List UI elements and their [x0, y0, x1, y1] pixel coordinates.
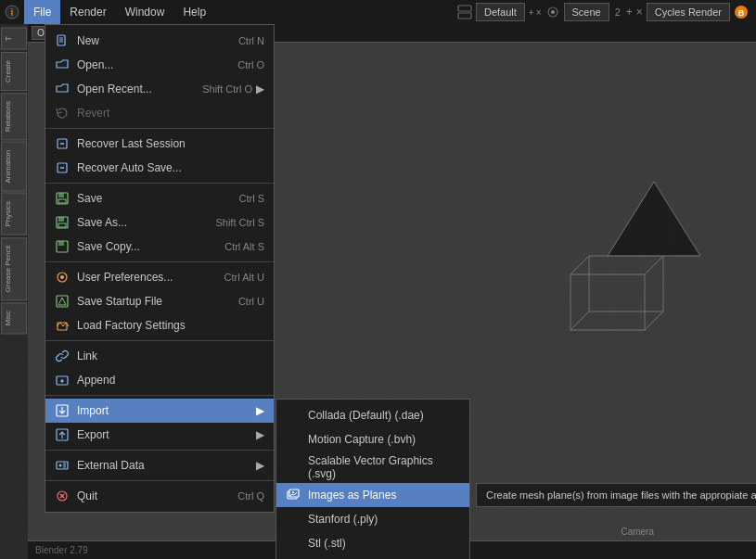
- svg-point-52: [59, 464, 62, 467]
- menu-item-open-recent[interactable]: Open Recent... Shift Ctrl O ▶: [45, 77, 274, 101]
- import-ply[interactable]: Stanford (.ply): [276, 507, 469, 531]
- svg-marker-39: [58, 298, 66, 305]
- menu-window[interactable]: Window: [116, 0, 174, 24]
- sidebar-tab-physics[interactable]: Physics: [1, 193, 27, 235]
- import-svg[interactable]: Scalable Vector Graphics (.svg): [276, 451, 469, 483]
- svg-rect-11: [570, 274, 645, 330]
- scene-add[interactable]: +: [626, 6, 633, 19]
- save-copy-icon: [53, 237, 71, 256]
- quit-icon: [53, 487, 71, 505]
- menu-item-recover-auto[interactable]: Recover Auto Save...: [45, 156, 274, 180]
- divider-1: [45, 128, 274, 129]
- menu-item-factory[interactable]: Load Factory Settings: [45, 313, 274, 337]
- menu-item-recover-last[interactable]: Recover Last Session: [45, 132, 274, 156]
- render-icon: B: [734, 5, 749, 19]
- import-stl[interactable]: Stl (.stl): [276, 531, 469, 555]
- menu-render[interactable]: Render: [60, 0, 115, 24]
- import-images-label: Images as Planes: [308, 489, 460, 502]
- sidebar-tab-tools[interactable]: T: [1, 28, 27, 50]
- recover-icon: [53, 134, 71, 153]
- import-icon: [53, 401, 71, 420]
- menu-file[interactable]: File: [24, 0, 60, 24]
- menu-item-external[interactable]: External Data ▶: [45, 453, 274, 477]
- workspace-add[interactable]: +: [529, 7, 534, 18]
- menu-item-append[interactable]: Append: [45, 368, 274, 392]
- svg-rect-29: [58, 193, 64, 197]
- menu-bar: i File Render Window Help Default + × Sc…: [0, 0, 756, 24]
- menu-item-new[interactable]: New Ctrl N: [45, 29, 274, 53]
- blender-icon: i: [0, 0, 24, 24]
- svg-line-15: [645, 311, 663, 330]
- menu-item-quit[interactable]: Quit Ctrl Q: [45, 484, 274, 508]
- menu-item-open-shortcut: Ctrl O: [237, 59, 264, 70]
- svg-text:B: B: [738, 8, 745, 18]
- menu-item-open[interactable]: Open... Ctrl O: [45, 53, 274, 77]
- import-images-as-planes[interactable]: Images as Planes Create mesh plane(s) fr…: [276, 483, 469, 507]
- import-3ds[interactable]: 3D Studio (.3ds): [276, 555, 469, 559]
- folder-icon: [53, 56, 71, 74]
- workspace-controls: + ×: [529, 7, 542, 18]
- menu-item-prefs[interactable]: User Preferences... Ctrl Alt U: [45, 265, 274, 289]
- export-icon: [53, 426, 71, 444]
- scene-icon: [545, 5, 560, 19]
- sidebar-tab-animation[interactable]: Animation: [1, 142, 27, 192]
- menu-item-prefs-shortcut: Ctrl Alt U: [224, 272, 264, 283]
- folder-recent-icon: [53, 80, 71, 98]
- menu-item-quit-shortcut: Ctrl Q: [237, 490, 264, 502]
- workspace-remove[interactable]: ×: [536, 7, 542, 18]
- collada-icon: [284, 406, 302, 425]
- import-collada[interactable]: Collada (Default) (.dae): [276, 403, 469, 427]
- svg-point-48: [292, 491, 294, 493]
- svg-line-14: [645, 256, 663, 274]
- ply-icon: [284, 510, 302, 528]
- startup-icon: [53, 292, 71, 311]
- sidebar-tab-create[interactable]: Create: [1, 52, 27, 91]
- menu-item-export[interactable]: Export ▶: [45, 423, 274, 447]
- external-icon: [53, 456, 71, 475]
- sidebar-tab-misc[interactable]: Misc: [1, 302, 27, 334]
- import-stl-label: Stl (.stl): [308, 537, 460, 550]
- menu-item-save-startup-shortcut: Ctrl U: [238, 296, 264, 307]
- scene-remove[interactable]: ×: [636, 6, 643, 19]
- menu-item-save[interactable]: Save Ctrl S: [45, 186, 274, 210]
- menu-item-import[interactable]: Import ▶ Collada (Default) (.dae) Motion…: [45, 399, 274, 423]
- divider-2: [45, 183, 274, 184]
- export-arrow: ▶: [256, 428, 264, 441]
- sidebar-tab-relations[interactable]: Relations: [1, 93, 27, 140]
- doc-icon: [53, 32, 71, 50]
- divider-4: [45, 340, 274, 341]
- menu-item-save-as[interactable]: Save As... Shift Ctrl S: [45, 210, 274, 235]
- import-bvh[interactable]: Motion Capture (.bvh): [276, 427, 469, 451]
- menu-item-save-startup[interactable]: Save Startup File Ctrl U: [45, 289, 274, 313]
- menu-item-link[interactable]: Link: [45, 344, 274, 368]
- layout-icons: [457, 5, 472, 19]
- images-as-planes-tooltip: Create mesh plane(s) from image files wi…: [476, 483, 756, 507]
- menu-item-link-label: Link: [77, 349, 264, 362]
- import-svg-label: Scalable Vector Graphics (.svg): [308, 454, 460, 480]
- scene-selector[interactable]: Scene: [564, 3, 609, 21]
- menu-item-save-copy[interactable]: Save Copy... Ctrl Alt S: [45, 235, 274, 259]
- recover-auto-icon: [53, 159, 71, 177]
- scene-number: 2: [613, 6, 622, 18]
- menu-bar-right: Default + × Scene 2 + × Cycles Render B: [457, 3, 756, 21]
- menu-item-external-label: External Data: [77, 459, 252, 472]
- 3d-shapes: [496, 163, 728, 395]
- menu-item-import-label: Import: [77, 404, 252, 417]
- menu-item-quit-label: Quit: [77, 489, 237, 502]
- svg-rect-30: [58, 199, 66, 203]
- divider-7: [45, 480, 274, 481]
- images-icon: [284, 486, 302, 504]
- sidebar-tab-grease-pencil[interactable]: Grease Pencil: [1, 237, 27, 300]
- render-engine-selector[interactable]: Cycles Render: [647, 3, 730, 21]
- divider-6: [45, 450, 274, 451]
- menu-item-revert[interactable]: Revert: [45, 101, 274, 125]
- link-icon: [53, 347, 71, 365]
- menu-help[interactable]: Help: [173, 0, 215, 24]
- menu-item-open-label: Open...: [77, 58, 237, 71]
- camera-label: Camera: [621, 527, 654, 537]
- save-icon: [53, 189, 71, 208]
- menu-item-open-recent-shortcut: Shift Ctrl O: [202, 83, 252, 95]
- open-recent-arrow: ▶: [256, 83, 264, 95]
- workspace-selector[interactable]: Default: [476, 3, 525, 21]
- svg-rect-35: [58, 241, 64, 246]
